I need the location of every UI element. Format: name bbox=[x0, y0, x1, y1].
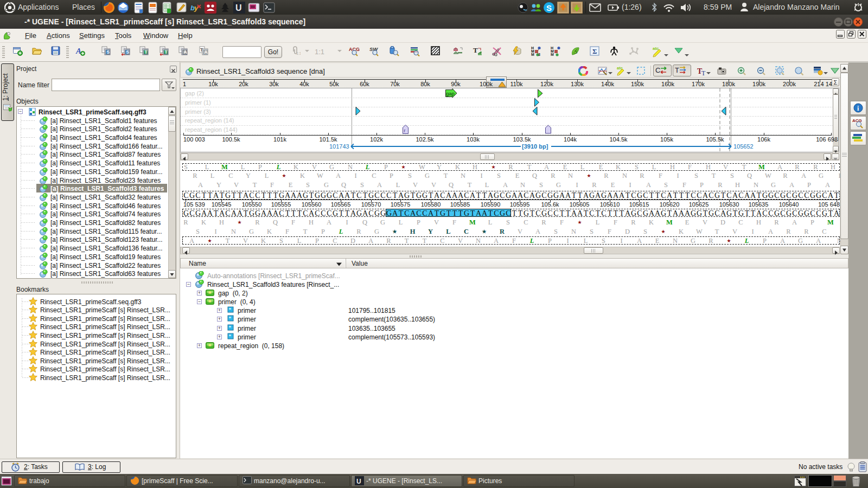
svg-text:U: U bbox=[356, 478, 361, 485]
svg-text:T: T bbox=[675, 66, 679, 74]
svg-text:C: C bbox=[655, 66, 660, 74]
svg-text:r: r bbox=[404, 128, 406, 133]
svg-text:gap: gap bbox=[446, 91, 455, 97]
svg-text:T: T bbox=[701, 69, 706, 76]
